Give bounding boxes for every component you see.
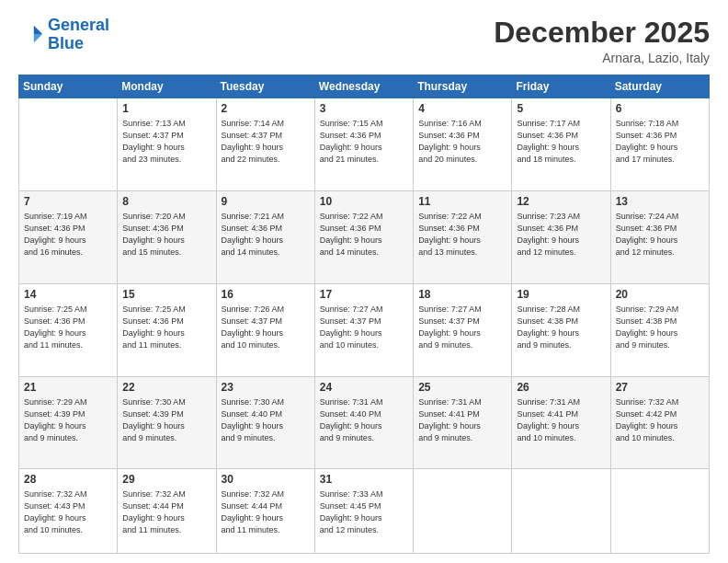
table-row: 12Sunrise: 7:23 AMSunset: 4:36 PMDayligh… bbox=[512, 190, 610, 283]
day-number: 6 bbox=[616, 102, 704, 115]
page: General Blue December 2025 Arnara, Lazio… bbox=[0, 0, 728, 563]
table-row: 24Sunrise: 7:31 AMSunset: 4:40 PMDayligh… bbox=[314, 376, 413, 469]
svg-marker-0 bbox=[34, 26, 42, 34]
day-number: 18 bbox=[418, 288, 506, 301]
day-number: 17 bbox=[320, 288, 408, 301]
day-info: Sunrise: 7:16 AMSunset: 4:36 PMDaylight:… bbox=[418, 118, 506, 166]
day-number: 31 bbox=[320, 473, 408, 486]
day-info: Sunrise: 7:27 AMSunset: 4:37 PMDaylight:… bbox=[320, 304, 408, 351]
logo-line2: Blue bbox=[48, 34, 84, 52]
day-number: 25 bbox=[418, 381, 506, 394]
day-info: Sunrise: 7:33 AMSunset: 4:45 PMDaylight:… bbox=[320, 488, 408, 536]
day-number: 29 bbox=[122, 473, 210, 486]
table-row: 5Sunrise: 7:17 AMSunset: 4:36 PMDaylight… bbox=[512, 98, 610, 191]
table-row: 23Sunrise: 7:30 AMSunset: 4:40 PMDayligh… bbox=[216, 376, 314, 469]
month-title: December 2025 bbox=[494, 17, 710, 49]
day-info: Sunrise: 7:14 AMSunset: 4:37 PMDaylight:… bbox=[222, 118, 310, 166]
day-info: Sunrise: 7:32 AMSunset: 4:44 PMDaylight:… bbox=[122, 488, 210, 536]
table-row: 21Sunrise: 7:29 AMSunset: 4:39 PMDayligh… bbox=[19, 376, 118, 469]
table-row: 29Sunrise: 7:32 AMSunset: 4:44 PMDayligh… bbox=[118, 469, 216, 554]
day-info: Sunrise: 7:23 AMSunset: 4:36 PMDaylight:… bbox=[517, 211, 605, 259]
day-number: 22 bbox=[122, 381, 210, 394]
table-row: 26Sunrise: 7:31 AMSunset: 4:41 PMDayligh… bbox=[512, 376, 610, 469]
table-row: 14Sunrise: 7:25 AMSunset: 4:36 PMDayligh… bbox=[19, 283, 118, 376]
day-number: 20 bbox=[616, 288, 704, 301]
day-info: Sunrise: 7:32 AMSunset: 4:42 PMDaylight:… bbox=[616, 396, 704, 444]
day-number: 2 bbox=[222, 102, 310, 115]
day-info: Sunrise: 7:13 AMSunset: 4:37 PMDaylight:… bbox=[122, 118, 210, 166]
col-sunday: Sunday bbox=[19, 75, 118, 98]
table-row bbox=[512, 469, 610, 554]
table-row: 17Sunrise: 7:27 AMSunset: 4:37 PMDayligh… bbox=[314, 283, 413, 376]
day-number: 5 bbox=[517, 102, 605, 115]
day-info: Sunrise: 7:22 AMSunset: 4:36 PMDaylight:… bbox=[418, 211, 506, 259]
logo: General Blue bbox=[18, 17, 109, 53]
table-row bbox=[414, 469, 512, 554]
table-row: 11Sunrise: 7:22 AMSunset: 4:36 PMDayligh… bbox=[414, 190, 512, 283]
day-number: 7 bbox=[24, 195, 112, 208]
day-info: Sunrise: 7:31 AMSunset: 4:40 PMDaylight:… bbox=[320, 396, 408, 444]
col-friday: Friday bbox=[512, 75, 610, 98]
day-number: 26 bbox=[517, 381, 605, 394]
table-row: 8Sunrise: 7:20 AMSunset: 4:36 PMDaylight… bbox=[118, 190, 216, 283]
table-row: 3Sunrise: 7:15 AMSunset: 4:36 PMDaylight… bbox=[314, 98, 413, 191]
col-wednesday: Wednesday bbox=[314, 75, 413, 98]
day-info: Sunrise: 7:22 AMSunset: 4:36 PMDaylight:… bbox=[320, 211, 408, 259]
day-number: 27 bbox=[616, 381, 704, 394]
day-info: Sunrise: 7:25 AMSunset: 4:36 PMDaylight:… bbox=[24, 304, 112, 351]
table-row: 9Sunrise: 7:21 AMSunset: 4:36 PMDaylight… bbox=[216, 190, 314, 283]
calendar-header-row: Sunday Monday Tuesday Wednesday Thursday… bbox=[19, 75, 710, 98]
day-info: Sunrise: 7:32 AMSunset: 4:43 PMDaylight:… bbox=[24, 488, 112, 536]
day-info: Sunrise: 7:24 AMSunset: 4:36 PMDaylight:… bbox=[616, 211, 704, 259]
day-number: 28 bbox=[24, 473, 112, 486]
day-info: Sunrise: 7:15 AMSunset: 4:36 PMDaylight:… bbox=[320, 118, 408, 166]
table-row: 30Sunrise: 7:32 AMSunset: 4:44 PMDayligh… bbox=[216, 469, 314, 554]
table-row bbox=[19, 98, 118, 191]
day-info: Sunrise: 7:19 AMSunset: 4:36 PMDaylight:… bbox=[24, 211, 112, 259]
day-number: 13 bbox=[616, 195, 704, 208]
table-row: 27Sunrise: 7:32 AMSunset: 4:42 PMDayligh… bbox=[610, 376, 709, 469]
table-row: 31Sunrise: 7:33 AMSunset: 4:45 PMDayligh… bbox=[314, 469, 413, 554]
table-row: 16Sunrise: 7:26 AMSunset: 4:37 PMDayligh… bbox=[216, 283, 314, 376]
header: General Blue December 2025 Arnara, Lazio… bbox=[18, 17, 710, 65]
day-info: Sunrise: 7:28 AMSunset: 4:38 PMDaylight:… bbox=[517, 304, 605, 351]
logo-icon bbox=[18, 22, 44, 48]
table-row: 25Sunrise: 7:31 AMSunset: 4:41 PMDayligh… bbox=[414, 376, 512, 469]
table-row: 15Sunrise: 7:25 AMSunset: 4:36 PMDayligh… bbox=[118, 283, 216, 376]
table-row: 22Sunrise: 7:30 AMSunset: 4:39 PMDayligh… bbox=[118, 376, 216, 469]
location: Arnara, Lazio, Italy bbox=[494, 51, 710, 65]
day-info: Sunrise: 7:18 AMSunset: 4:36 PMDaylight:… bbox=[616, 118, 704, 166]
col-saturday: Saturday bbox=[610, 75, 709, 98]
day-number: 23 bbox=[222, 381, 310, 394]
logo-line1: General bbox=[48, 16, 109, 34]
table-row: 1Sunrise: 7:13 AMSunset: 4:37 PMDaylight… bbox=[118, 98, 216, 191]
day-number: 15 bbox=[122, 288, 210, 301]
day-info: Sunrise: 7:27 AMSunset: 4:37 PMDaylight:… bbox=[418, 304, 506, 351]
day-number: 24 bbox=[320, 381, 408, 394]
day-info: Sunrise: 7:29 AMSunset: 4:38 PMDaylight:… bbox=[616, 304, 704, 351]
day-number: 16 bbox=[222, 288, 310, 301]
day-number: 21 bbox=[24, 381, 112, 394]
table-row: 19Sunrise: 7:28 AMSunset: 4:38 PMDayligh… bbox=[512, 283, 610, 376]
day-info: Sunrise: 7:30 AMSunset: 4:39 PMDaylight:… bbox=[122, 396, 210, 444]
logo-text: General Blue bbox=[48, 17, 109, 53]
day-info: Sunrise: 7:21 AMSunset: 4:36 PMDaylight:… bbox=[222, 211, 310, 259]
day-number: 10 bbox=[320, 195, 408, 208]
day-number: 4 bbox=[418, 102, 506, 115]
day-info: Sunrise: 7:32 AMSunset: 4:44 PMDaylight:… bbox=[222, 488, 310, 536]
calendar-table: Sunday Monday Tuesday Wednesday Thursday… bbox=[18, 75, 710, 554]
day-number: 12 bbox=[517, 195, 605, 208]
day-info: Sunrise: 7:31 AMSunset: 4:41 PMDaylight:… bbox=[517, 396, 605, 444]
table-row: 13Sunrise: 7:24 AMSunset: 4:36 PMDayligh… bbox=[610, 190, 709, 283]
day-number: 3 bbox=[320, 102, 408, 115]
col-thursday: Thursday bbox=[414, 75, 512, 98]
col-tuesday: Tuesday bbox=[216, 75, 314, 98]
table-row: 18Sunrise: 7:27 AMSunset: 4:37 PMDayligh… bbox=[414, 283, 512, 376]
table-row: 20Sunrise: 7:29 AMSunset: 4:38 PMDayligh… bbox=[610, 283, 709, 376]
col-monday: Monday bbox=[118, 75, 216, 98]
day-number: 14 bbox=[24, 288, 112, 301]
svg-marker-1 bbox=[34, 34, 42, 42]
table-row: 6Sunrise: 7:18 AMSunset: 4:36 PMDaylight… bbox=[610, 98, 709, 191]
day-info: Sunrise: 7:20 AMSunset: 4:36 PMDaylight:… bbox=[122, 211, 210, 259]
day-info: Sunrise: 7:17 AMSunset: 4:36 PMDaylight:… bbox=[517, 118, 605, 166]
